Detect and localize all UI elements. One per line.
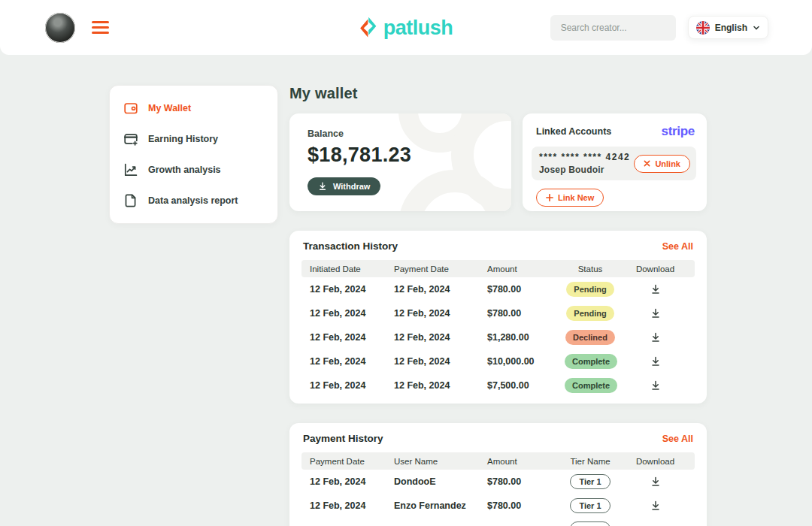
cell-amount: $10,000.00 (487, 356, 565, 367)
language-label: English (715, 23, 747, 33)
cell-amount: $780.00 (487, 476, 565, 487)
cell-initiated-date: 12 Feb, 2024 (301, 356, 394, 367)
table-row: 12 Feb, 2024 12 Feb, 2024 $10,000.00 Com… (301, 349, 695, 373)
cell-user-name: DondooE (394, 476, 487, 487)
payment-table-header: Payment Date User Name Amount Tier Name … (301, 452, 695, 470)
tier-badge[interactable] (570, 521, 611, 526)
app-logo[interactable]: patlush (359, 16, 453, 39)
cell-payment-date: 12 Feb, 2024 (394, 332, 487, 343)
status-badge: Declined (565, 330, 615, 345)
language-selector[interactable]: English (688, 16, 768, 39)
cell-payment-date: 12 Feb, 2024 (301, 500, 394, 511)
plus-icon (546, 194, 553, 201)
card-holder-name: Josep Boudoir (539, 165, 630, 175)
payment-history-title: Payment History (303, 433, 383, 444)
cell-initiated-date: 12 Feb, 2024 (301, 308, 394, 319)
transaction-table-header: Initiated Date Payment Date Amount Statu… (301, 260, 695, 277)
cell-user-name: Enzo Fernandez (394, 500, 487, 511)
chevron-down-icon (753, 24, 760, 32)
download-icon (650, 380, 661, 391)
link-new-button[interactable]: Link New (536, 189, 604, 207)
download-button[interactable] (649, 499, 662, 512)
transaction-history-title: Transaction History (303, 240, 398, 252)
cell-amount: $1,280.00 (487, 332, 565, 343)
column-header: User Name (394, 457, 487, 466)
transaction-history-card: Transaction History See All Initiated Da… (289, 231, 707, 404)
column-header: Status (565, 265, 616, 274)
column-header: Tier Name (565, 457, 616, 466)
logo-diamond-icon (359, 17, 377, 38)
table-row: 12 Feb, 2024 Enzo Fernandez $780.00 Tier… (301, 494, 695, 518)
download-icon (650, 332, 661, 343)
cell-payment-date: 12 Feb, 2024 (394, 308, 487, 319)
close-icon (644, 160, 650, 167)
download-icon (650, 356, 661, 367)
column-header: Payment Date (301, 457, 394, 466)
status-badge: Pending (566, 282, 614, 297)
sidebar-item-label: My Wallet (148, 103, 191, 113)
table-row: 12 Feb, 2024 12 Feb, 2024 $7,500.00 Comp… (301, 373, 695, 398)
tier-badge[interactable]: Tier 1 (570, 474, 611, 489)
download-button[interactable] (649, 283, 662, 296)
payment-see-all-link[interactable]: See All (662, 434, 693, 444)
column-header: Payment Date (394, 265, 487, 274)
logo-text: patlush (383, 16, 453, 39)
download-button[interactable] (649, 355, 662, 368)
cell-initiated-date: 12 Feb, 2024 (301, 332, 394, 343)
search-input[interactable] (550, 15, 676, 41)
download-button[interactable] (649, 475, 662, 488)
cell-payment-date: 12 Feb, 2024 (301, 476, 394, 487)
table-row-partial (301, 518, 695, 526)
linked-accounts-title: Linked Accounts (536, 126, 611, 137)
uk-flag-icon (696, 21, 710, 35)
document-icon (123, 193, 138, 208)
cell-payment-date: 12 Feb, 2024 (394, 380, 487, 391)
download-icon (650, 500, 661, 511)
sidebar-item-data-analysis-report[interactable]: Data analysis report (123, 193, 264, 208)
hamburger-menu-icon[interactable] (92, 21, 109, 34)
cell-initiated-date: 12 Feb, 2024 (301, 284, 394, 295)
stripe-logo: stripe (662, 124, 695, 139)
unlink-button[interactable]: Unlink (634, 155, 690, 173)
sidebar-item-label: Earning History (148, 134, 218, 144)
balance-label: Balance (308, 128, 493, 139)
table-row: 12 Feb, 2024 12 Feb, 2024 $780.00 Pendin… (301, 277, 695, 301)
cell-amount: $780.00 (487, 500, 565, 511)
tier-badge[interactable]: Tier 1 (570, 498, 611, 513)
top-bar: patlush English (0, 0, 812, 55)
download-icon (650, 476, 661, 487)
sidebar: My Wallet Earning History Growth analysi… (109, 85, 278, 224)
withdraw-button[interactable]: Withdraw (308, 177, 380, 195)
status-badge: Pending (566, 306, 614, 321)
column-header: Amount (487, 265, 565, 274)
download-icon (318, 182, 327, 191)
sidebar-item-earning-history[interactable]: Earning History (123, 132, 264, 147)
balance-card: Balance $18,781.23 Withdraw (289, 113, 511, 211)
sidebar-item-label: Growth analysis (148, 165, 221, 175)
transaction-see-all-link[interactable]: See All (662, 241, 693, 252)
sidebar-item-growth-analysis[interactable]: Growth analysis (123, 162, 264, 177)
user-avatar[interactable] (45, 13, 75, 43)
cell-initiated-date: 12 Feb, 2024 (301, 380, 394, 391)
status-badge: Complete (565, 378, 617, 393)
balance-amount: $18,781.23 (308, 144, 493, 167)
linked-card-row: **** **** **** 4242 Josep Boudoir Unlink (532, 147, 696, 180)
download-button[interactable] (649, 307, 662, 320)
table-row: 12 Feb, 2024 DondooE $780.00 Tier 1 (301, 470, 695, 494)
sidebar-item-label: Data analysis report (148, 195, 238, 206)
table-row: 12 Feb, 2024 12 Feb, 2024 $1,280.00 Decl… (301, 325, 695, 349)
sidebar-item-my-wallet[interactable]: My Wallet (123, 101, 264, 116)
unlink-label: Unlink (655, 159, 680, 168)
download-button[interactable] (649, 379, 662, 392)
payment-history-card: Payment History See All Payment Date Use… (289, 423, 707, 526)
download-icon (650, 308, 661, 319)
cell-payment-date: 12 Feb, 2024 (394, 356, 487, 367)
cell-amount: $780.00 (487, 284, 565, 295)
column-header: Initiated Date (301, 265, 394, 274)
column-header: Amount (487, 457, 565, 466)
download-button[interactable] (649, 331, 662, 344)
card-plus-icon (123, 132, 138, 147)
card-number-masked: **** **** **** 4242 (539, 152, 630, 162)
link-new-label: Link New (558, 193, 594, 202)
cell-amount: $7,500.00 (487, 380, 565, 391)
